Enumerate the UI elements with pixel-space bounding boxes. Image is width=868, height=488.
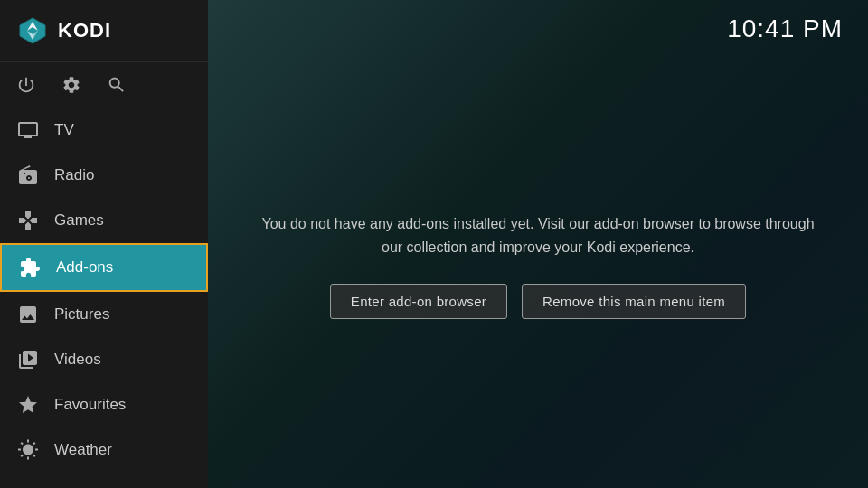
search-button[interactable] xyxy=(107,75,127,95)
sidebar-item-weather[interactable]: Weather xyxy=(0,427,208,473)
app-title: KODI xyxy=(58,19,111,42)
sidebar: KODI xyxy=(0,0,208,488)
sidebar-item-pictures[interactable]: Pictures xyxy=(0,292,208,337)
sidebar-item-videos[interactable]: Videos xyxy=(0,337,208,382)
videos-icon xyxy=(16,348,40,371)
sidebar-item-radio[interactable]: Radio xyxy=(0,153,208,198)
sidebar-item-addons[interactable]: Add-ons xyxy=(0,243,208,292)
action-buttons: Enter add-on browser Remove this main me… xyxy=(330,284,746,319)
sidebar-item-tv[interactable]: TV xyxy=(0,108,208,153)
radio-icon xyxy=(16,164,40,187)
enter-addon-browser-button[interactable]: Enter add-on browser xyxy=(330,284,507,319)
power-button[interactable] xyxy=(16,75,36,95)
sidebar-item-label-videos: Videos xyxy=(54,351,101,369)
nav-items: TV Radio Games xyxy=(0,108,208,488)
addons-icon xyxy=(18,256,42,279)
tv-icon xyxy=(16,118,40,142)
sidebar-item-favourites[interactable]: Favourites xyxy=(0,382,208,427)
main-content: 10:41 PM You do not have any add-ons ins… xyxy=(208,0,868,488)
sidebar-item-label-weather: Weather xyxy=(54,441,112,459)
weather-icon xyxy=(16,438,40,462)
sidebar-item-label-favourites: Favourites xyxy=(54,396,126,414)
app-container: KODI xyxy=(0,0,868,488)
top-bar: 10:41 PM xyxy=(208,0,868,43)
sidebar-item-label-tv: TV xyxy=(54,121,74,139)
remove-menu-item-button[interactable]: Remove this main menu item xyxy=(522,284,746,319)
favourites-icon xyxy=(16,393,40,417)
games-icon xyxy=(16,209,40,232)
empty-state-message: You do not have any add-ons installed ye… xyxy=(258,212,818,258)
clock-display: 10:41 PM xyxy=(727,14,843,43)
kodi-logo-icon xyxy=(16,14,49,47)
sidebar-item-label-radio: Radio xyxy=(54,166,94,184)
pictures-icon xyxy=(16,303,40,326)
sidebar-item-label-addons: Add-ons xyxy=(56,258,113,277)
sidebar-header: KODI xyxy=(0,0,208,62)
sidebar-item-label-games: Games xyxy=(54,211,104,230)
content-area: You do not have any add-ons installed ye… xyxy=(208,43,868,488)
sidebar-item-label-pictures: Pictures xyxy=(54,305,109,324)
sidebar-item-games[interactable]: Games xyxy=(0,198,208,243)
settings-button[interactable] xyxy=(61,75,81,95)
sidebar-tools xyxy=(0,62,208,108)
